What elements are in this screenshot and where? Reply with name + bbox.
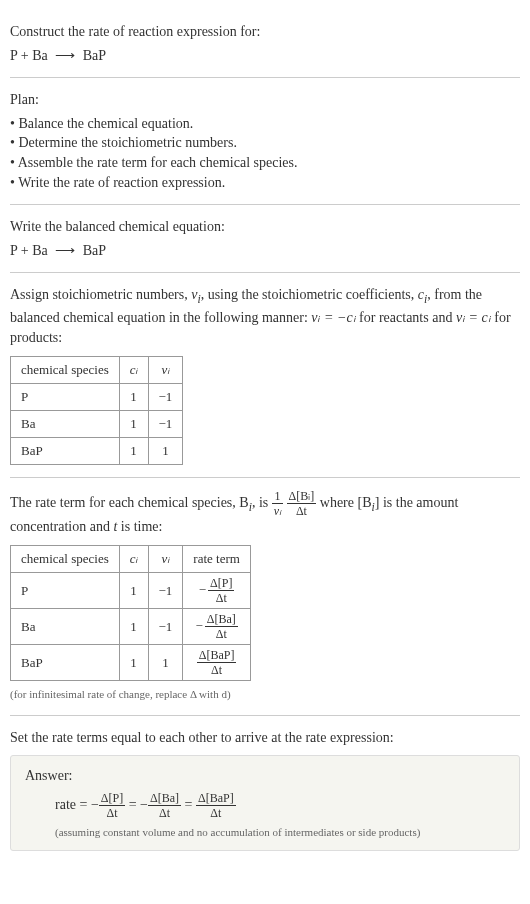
table-row: P 1 −1 −Δ[P]Δt bbox=[11, 573, 251, 609]
answer-label: Answer: bbox=[25, 766, 505, 786]
table-row: Ba 1 −1 bbox=[11, 411, 183, 438]
td-rate-term: −Δ[P]Δt bbox=[183, 573, 251, 609]
eq-right: BaP bbox=[83, 243, 106, 258]
eq-sign: = bbox=[129, 796, 140, 811]
balanced-section: Write the balanced chemical equation: P … bbox=[10, 205, 520, 273]
th-nu: νᵢ bbox=[148, 356, 183, 383]
intro-prompt: Construct the rate of reaction expressio… bbox=[10, 22, 520, 42]
td-c: 1 bbox=[119, 411, 148, 438]
text: is time: bbox=[117, 519, 162, 534]
td-c: 1 bbox=[119, 383, 148, 410]
td-species: Ba bbox=[11, 609, 120, 645]
td-nu: 1 bbox=[148, 438, 183, 465]
table-row: P 1 −1 bbox=[11, 383, 183, 410]
balanced-equation: P + Ba ⟶ BaP bbox=[10, 241, 520, 261]
th-rate-term: rate term bbox=[183, 546, 251, 573]
td-nu: −1 bbox=[148, 411, 183, 438]
td-c: 1 bbox=[119, 609, 148, 645]
th-species: chemical species bbox=[11, 546, 120, 573]
eq-left: P + Ba bbox=[10, 48, 48, 63]
plan-list: • Balance the chemical equation. • Deter… bbox=[10, 114, 520, 192]
eq-sign: = bbox=[185, 796, 196, 811]
rate-frac-ba: Δ[Ba]Δt bbox=[148, 792, 181, 819]
table-row: BaP 1 1 Δ[BaP]Δt bbox=[11, 645, 251, 681]
td-species: Ba bbox=[11, 411, 120, 438]
text: for reactants and bbox=[356, 310, 456, 325]
answer-equation: rate = −Δ[P]Δt = −Δ[Ba]Δt = Δ[BaP]Δt bbox=[55, 792, 505, 819]
th-species: chemical species bbox=[11, 356, 120, 383]
td-rate-term: Δ[BaP]Δt bbox=[183, 645, 251, 681]
c-i: ci bbox=[418, 287, 427, 302]
rate-frac-bap: Δ[BaP]Δt bbox=[196, 792, 236, 819]
frac-dB-dt: Δ[Bᵢ]Δt bbox=[287, 490, 317, 517]
text: The rate term for each chemical species,… bbox=[10, 495, 249, 510]
frac-1-over-nu: 1νᵢ bbox=[272, 490, 283, 517]
rate-frac: Δ[BaP]Δt bbox=[197, 649, 237, 676]
table-row: Ba 1 −1 −Δ[Ba]Δt bbox=[11, 609, 251, 645]
td-rate-term: −Δ[Ba]Δt bbox=[183, 609, 251, 645]
stoich-text: Assign stoichiometric numbers, νi, using… bbox=[10, 285, 520, 347]
plan-item: • Assemble the rate term for each chemic… bbox=[10, 153, 520, 173]
answer-box: Answer: rate = −Δ[P]Δt = −Δ[Ba]Δt = Δ[Ba… bbox=[10, 755, 520, 851]
td-species: BaP bbox=[11, 438, 120, 465]
nu-eq-c: νᵢ = cᵢ bbox=[456, 310, 491, 325]
balanced-label: Write the balanced chemical equation: bbox=[10, 217, 520, 237]
td-species: BaP bbox=[11, 645, 120, 681]
table-row: BaP 1 1 bbox=[11, 438, 183, 465]
rateterm-text: The rate term for each chemical species,… bbox=[10, 490, 520, 537]
rate-frac: Δ[P]Δt bbox=[208, 577, 234, 604]
final-label: Set the rate terms equal to each other t… bbox=[10, 728, 520, 748]
th-nu: νᵢ bbox=[148, 546, 183, 573]
final-section: Set the rate terms equal to each other t… bbox=[10, 716, 520, 864]
answer-note: (assuming constant volume and no accumul… bbox=[55, 825, 505, 840]
stoich-section: Assign stoichiometric numbers, νi, using… bbox=[10, 273, 520, 478]
td-nu: −1 bbox=[148, 609, 183, 645]
td-c: 1 bbox=[119, 438, 148, 465]
td-c: 1 bbox=[119, 573, 148, 609]
plan-label: Plan: bbox=[10, 90, 520, 110]
th-c: cᵢ bbox=[119, 546, 148, 573]
table-header-row: chemical species cᵢ νᵢ bbox=[11, 356, 183, 383]
table-header-row: chemical species cᵢ νᵢ rate term bbox=[11, 546, 251, 573]
text: Assign stoichiometric numbers, bbox=[10, 287, 191, 302]
rateterm-table: chemical species cᵢ νᵢ rate term P 1 −1 … bbox=[10, 545, 251, 681]
text: , is bbox=[252, 495, 272, 510]
plan-section: Plan: • Balance the chemical equation. •… bbox=[10, 78, 520, 205]
neg-sign: − bbox=[140, 796, 148, 811]
neg-sign: − bbox=[195, 618, 202, 633]
th-c: cᵢ bbox=[119, 356, 148, 383]
plan-item: • Determine the stoichiometric numbers. bbox=[10, 133, 520, 153]
rate-label: rate = bbox=[55, 796, 91, 811]
rateterm-section: The rate term for each chemical species,… bbox=[10, 478, 520, 715]
rate-frac: Δ[Ba]Δt bbox=[205, 613, 238, 640]
nu-i: νi bbox=[191, 287, 200, 302]
plan-item: • Write the rate of reaction expression. bbox=[10, 173, 520, 193]
td-nu: 1 bbox=[148, 645, 183, 681]
eq-left: P + Ba bbox=[10, 243, 48, 258]
td-species: P bbox=[11, 573, 120, 609]
arrow-icon: ⟶ bbox=[55, 241, 75, 261]
text: , using the stoichiometric coefficients, bbox=[201, 287, 418, 302]
td-c: 1 bbox=[119, 645, 148, 681]
rate-frac-p: Δ[P]Δt bbox=[99, 792, 125, 819]
rateterm-note: (for infinitesimal rate of change, repla… bbox=[10, 687, 520, 702]
nu-eq-neg-c: νᵢ = −cᵢ bbox=[311, 310, 355, 325]
neg-sign: − bbox=[199, 582, 206, 597]
td-nu: −1 bbox=[148, 573, 183, 609]
td-nu: −1 bbox=[148, 383, 183, 410]
text: where [B bbox=[320, 495, 372, 510]
plan-item: • Balance the chemical equation. bbox=[10, 114, 520, 134]
intro-section: Construct the rate of reaction expressio… bbox=[10, 10, 520, 78]
arrow-icon: ⟶ bbox=[55, 46, 75, 66]
intro-equation: P + Ba ⟶ BaP bbox=[10, 46, 520, 66]
eq-right: BaP bbox=[83, 48, 106, 63]
td-species: P bbox=[11, 383, 120, 410]
stoich-table: chemical species cᵢ νᵢ P 1 −1 Ba 1 −1 Ba… bbox=[10, 356, 183, 466]
neg-sign: − bbox=[91, 796, 99, 811]
